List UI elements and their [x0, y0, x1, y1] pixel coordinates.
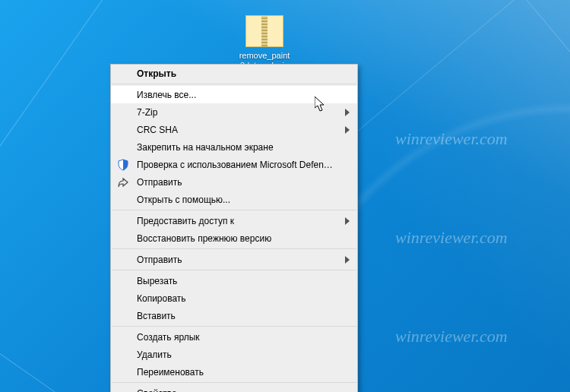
menu-item-label: Вырезать: [137, 276, 336, 286]
menu-item-cut[interactable]: Вырезать: [111, 272, 357, 289]
menu-item-pin-start[interactable]: Закрепить на начальном экране: [111, 138, 357, 156]
menu-item-properties[interactable]: Свойства: [111, 384, 357, 392]
zip-archive-icon: [245, 15, 283, 47]
menu-item-label: Свойства: [137, 388, 336, 393]
menu-item-label: Вставить: [137, 311, 336, 321]
chevron-right-icon: [345, 256, 350, 264]
menu-item-label: Открыть: [137, 68, 336, 79]
menu-item-defender-scan[interactable]: Проверка с использованием Microsoft Defe…: [111, 156, 357, 173]
menu-separator: [112, 248, 356, 249]
menu-item-label: Создать ярлык: [137, 332, 336, 343]
menu-item-restore-previous[interactable]: Восстановить прежнюю версию: [111, 229, 357, 247]
menu-separator: [112, 210, 356, 210]
menu-item-label: Предоставить доступ к: [137, 216, 336, 226]
context-menu: ОткрытьИзвлечь все...7-ZipCRC SHAЗакрепи…: [110, 64, 358, 392]
share-icon: [117, 176, 129, 188]
desktop-file-icon[interactable]: remove_paint 3d_tweak.zip: [236, 15, 293, 71]
menu-item-label: CRC SHA: [137, 125, 336, 135]
menu-item-delete[interactable]: Удалить: [111, 346, 357, 363]
menu-item-label: 7-Zip: [137, 107, 336, 118]
menu-item-rename[interactable]: Переименовать: [111, 363, 357, 381]
menu-item-open[interactable]: Открыть: [111, 65, 357, 82]
chevron-right-icon: [345, 126, 350, 134]
menu-item-label: Закрепить на начальном экране: [137, 142, 336, 153]
shield-icon: [117, 159, 129, 171]
menu-item-label: Отправить: [137, 254, 336, 265]
menu-separator: [112, 84, 356, 84]
menu-item-share[interactable]: Отправить: [111, 173, 357, 191]
menu-item-send-to[interactable]: Отправить: [111, 251, 357, 268]
menu-item-copy[interactable]: Копировать: [111, 289, 357, 307]
menu-item-label: Открыть с помощью...: [137, 194, 336, 205]
watermark: winreviewer.com: [395, 129, 508, 149]
menu-item-extract-all[interactable]: Извлечь все...: [111, 86, 357, 103]
menu-item-label: Извлечь все...: [137, 90, 336, 100]
menu-item-label: Восстановить прежнюю версию: [137, 233, 336, 244]
menu-item-label: Удалить: [137, 349, 336, 360]
menu-item-paste[interactable]: Вставить: [111, 307, 357, 324]
chevron-right-icon: [345, 109, 350, 116]
menu-separator: [112, 270, 356, 270]
menu-separator: [112, 382, 356, 383]
menu-item-label: Отправить: [137, 177, 336, 188]
menu-item-create-shortcut[interactable]: Создать ярлык: [111, 328, 357, 346]
menu-item-crc-sha[interactable]: CRC SHA: [111, 121, 357, 138]
menu-separator: [112, 326, 356, 327]
menu-item-label: Копировать: [137, 293, 336, 304]
menu-item-label: Проверка с использованием Microsoft Defe…: [137, 160, 336, 170]
menu-item-open-with[interactable]: Открыть с помощью...: [111, 191, 357, 208]
menu-item-give-access[interactable]: Предоставить доступ к: [111, 212, 357, 229]
menu-item-7zip[interactable]: 7-Zip: [111, 103, 357, 121]
watermark: winreviewer.com: [395, 327, 508, 346]
chevron-right-icon: [345, 217, 350, 225]
watermark: winreviewer.com: [395, 228, 508, 248]
menu-item-label: Переименовать: [137, 367, 336, 378]
